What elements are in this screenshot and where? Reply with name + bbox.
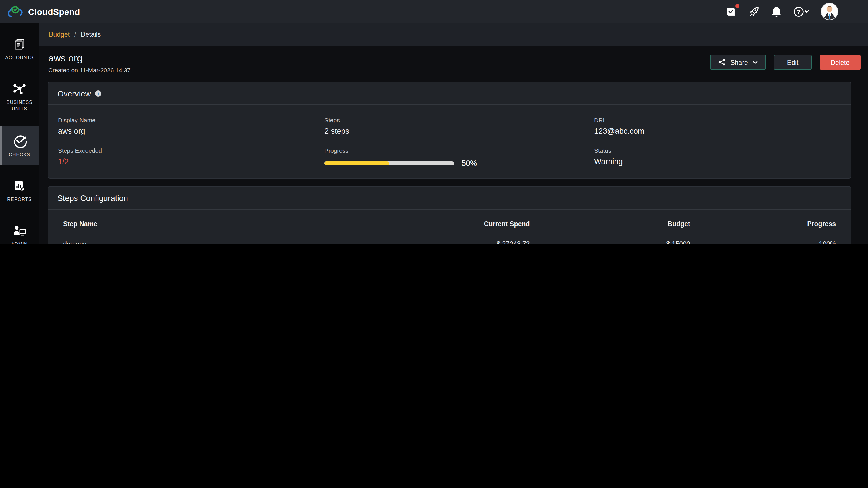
title-block: aws org Created on 11-Mar-2026 14:37	[48, 53, 131, 73]
field-value: 123@abc.com	[594, 127, 842, 135]
sidebar-item-accounts[interactable]: ACCOUNTS	[0, 30, 39, 68]
overview-fields: Display Name aws org Steps 2 steps DRI 1…	[48, 105, 851, 178]
field-label: DRI	[594, 117, 842, 123]
bell-icon[interactable]	[771, 5, 782, 18]
field-label: Progress	[324, 147, 594, 154]
field-display-name: Display Name aws org	[58, 117, 324, 135]
sidebar-item-admin[interactable]: ADMIN	[0, 216, 39, 244]
field-label: Steps	[324, 117, 594, 123]
svg-text:?: ?	[797, 8, 801, 15]
top-bar: CloudSpend	[0, 0, 868, 23]
col-progress: Progress	[690, 214, 851, 234]
share-icon	[718, 59, 725, 66]
checks-icon	[12, 133, 27, 148]
chevron-down-icon	[753, 61, 758, 64]
col-step-name: Step Name	[48, 214, 369, 234]
steps-configuration-card: Steps Configuration Step Name Current Sp…	[48, 186, 851, 244]
cell-current-spend: $ 27248.72	[369, 234, 530, 244]
delete-button-label: Delete	[831, 59, 850, 66]
field-value: 2 steps	[324, 127, 594, 135]
breadcrumb-budget-link[interactable]: Budget	[49, 31, 70, 38]
overview-progress-bar	[324, 162, 454, 165]
col-budget: Budget	[530, 214, 690, 234]
overview-title: Overview	[57, 89, 91, 98]
sidebar-item-checks[interactable]: CHECKS	[0, 126, 39, 165]
table-row[interactable]: dev env $ 27248.72 $ 15000 100%	[48, 234, 851, 244]
top-icons: ?	[725, 3, 860, 20]
edit-button[interactable]: Edit	[774, 55, 812, 70]
apps-grid-icon[interactable]	[849, 6, 860, 17]
cell-step-name: dev env	[48, 234, 369, 244]
field-label: Status	[594, 147, 842, 154]
svg-text:i: i	[98, 91, 99, 96]
share-button-label: Share	[730, 59, 748, 66]
field-steps-exceeded: Steps Exceeded 1/2	[58, 147, 324, 167]
brand-name: CloudSpend	[28, 7, 80, 17]
header-actions: Share Edit Delete	[710, 55, 861, 70]
sidebar-item-label: ADMIN	[11, 241, 28, 244]
sidebar: ACCOUNTS BUSINESS UNITS	[0, 23, 39, 244]
main-content: Budget / Details aws org Created on 11-M…	[39, 23, 868, 244]
breadcrumb: Budget / Details	[39, 23, 868, 46]
cell-budget: $ 15000	[530, 234, 690, 244]
sidebar-item-label: ACCOUNTS	[5, 55, 34, 61]
share-button[interactable]: Share	[710, 55, 766, 70]
created-timestamp: Created on 11-Mar-2026 14:37	[48, 67, 131, 73]
field-progress: Progress 50%	[324, 147, 594, 167]
tasks-icon[interactable]	[725, 5, 737, 18]
breadcrumb-separator: /	[74, 31, 76, 38]
info-icon[interactable]: i	[95, 90, 102, 97]
accounts-icon	[12, 37, 26, 51]
steps-table-header-row: Step Name Current Spend Budget Progress	[48, 214, 851, 234]
admin-icon	[12, 224, 27, 238]
notification-dot	[735, 4, 739, 8]
rocket-icon[interactable]	[748, 5, 760, 18]
help-icon[interactable]: ?	[793, 5, 810, 18]
reports-icon	[12, 179, 26, 193]
overview-progress-percent: 50%	[462, 159, 477, 167]
edit-button-label: Edit	[787, 59, 799, 66]
business-units-icon	[12, 82, 27, 96]
page-header: aws org Created on 11-Mar-2026 14:37 Sha…	[48, 53, 861, 73]
steps-table-wrap: Step Name Current Spend Budget Progress …	[48, 210, 851, 244]
field-dri: DRI 123@abc.com	[594, 117, 842, 135]
field-label: Display Name	[58, 117, 324, 123]
app-root: CloudSpend	[0, 0, 868, 244]
field-label: Steps Exceeded	[58, 147, 324, 154]
steps-card-header: Steps Configuration	[48, 187, 851, 210]
status-value: Warning	[594, 157, 842, 166]
sidebar-item-label: BUSINESS UNITS	[3, 99, 36, 112]
field-steps: Steps 2 steps	[324, 117, 594, 135]
sidebar-item-label: CHECKS	[9, 152, 30, 158]
field-value: aws org	[58, 127, 324, 135]
brand-logo[interactable]: CloudSpend	[8, 5, 80, 18]
steps-table: Step Name Current Spend Budget Progress …	[48, 214, 851, 244]
overview-card-header: Overview i	[48, 82, 851, 105]
sidebar-item-business-units[interactable]: BUSINESS UNITS	[0, 74, 39, 119]
col-current-spend: Current Spend	[369, 214, 530, 234]
steps-config-title: Steps Configuration	[57, 193, 128, 203]
breadcrumb-current-page: Details	[81, 31, 101, 38]
overview-card: Overview i Display Name aws org Steps 2 …	[48, 82, 851, 179]
sidebar-item-label: REPORTS	[7, 196, 32, 203]
avatar[interactable]	[821, 3, 838, 20]
cloudspend-logo-icon	[8, 5, 24, 18]
field-status: Status Warning	[594, 147, 842, 167]
field-value: 1/2	[58, 157, 324, 166]
delete-button[interactable]: Delete	[820, 55, 861, 70]
page-title: aws org	[48, 53, 131, 64]
sidebar-item-reports[interactable]: REPORTS	[0, 172, 39, 210]
cell-progress: 100%	[690, 234, 851, 244]
overview-progress-fill	[324, 162, 389, 165]
